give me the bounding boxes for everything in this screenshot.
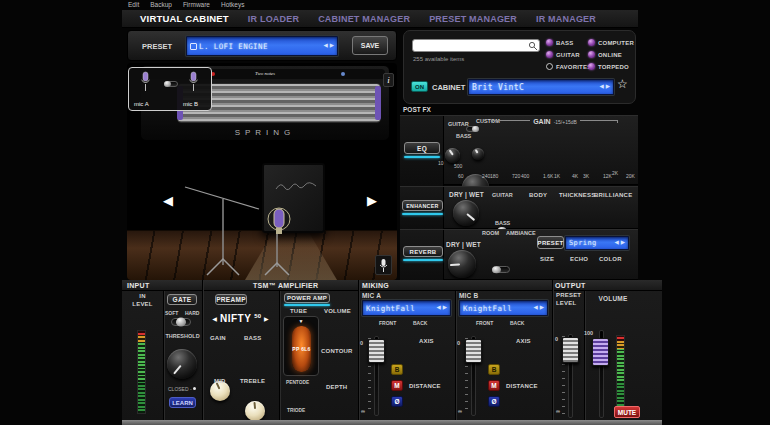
cabinet-label: CABINET: [432, 83, 465, 92]
reverb-mode-room: ROOM: [482, 230, 499, 236]
prev-cabinet-arrow[interactable]: ◀: [163, 193, 173, 208]
bass-knob[interactable]: [245, 401, 265, 421]
add-mic-button[interactable]: [375, 255, 392, 275]
reverb-mode-toggle[interactable]: [492, 266, 510, 273]
enhancer-button[interactable]: ENHANCER: [402, 200, 443, 215]
amp-model-selector[interactable]: ◀ NIFTY 50 ▶: [202, 313, 279, 324]
mic-b-fader[interactable]: [465, 339, 482, 363]
tab-virtual-cabinet[interactable]: VIRTUAL CABINET: [140, 13, 229, 24]
online-radio[interactable]: [588, 51, 595, 58]
eq-band3-max: 1.6K: [543, 173, 553, 179]
search-input[interactable]: [412, 39, 540, 52]
gain-knob[interactable]: [210, 381, 230, 401]
save-button[interactable]: SAVE: [352, 36, 388, 55]
filter-favorites[interactable]: FAVORITES: [546, 63, 591, 70]
amp-model-name: NIFTY: [220, 313, 251, 324]
reverb-preset-next-icon[interactable]: ▶: [621, 240, 625, 246]
eq-high-min-label: 2K: [612, 170, 618, 176]
learn-button[interactable]: LEARN: [169, 397, 196, 408]
torpedo-radio[interactable]: [588, 63, 595, 70]
preset-prev-icon[interactable]: ◀: [324, 43, 328, 49]
mic-stands-graphic: [127, 147, 397, 280]
tab-cabinet-manager[interactable]: CABINET MANAGER: [318, 14, 410, 24]
eq-button[interactable]: EQ: [404, 142, 440, 158]
mic-b-display[interactable]: KnightFall ◀ ▶: [459, 300, 548, 316]
mic-ab-toggle[interactable]: [164, 81, 178, 87]
eq-lowcut-knob[interactable]: [445, 148, 460, 163]
cabinet-display[interactable]: Brit VintC ◀ ▶: [468, 79, 614, 95]
mic-a-thumbnail-icon[interactable]: [139, 71, 151, 93]
threshold-label: THRESHOLD: [163, 333, 202, 339]
tube-graphic: PP 6L6: [292, 326, 311, 372]
mic-a-fader[interactable]: [368, 339, 385, 363]
enhancer-drywet-knob[interactable]: [453, 200, 479, 226]
cabinet-prev-icon[interactable]: ◀: [600, 84, 604, 90]
mic-b-label: MIC B: [459, 292, 478, 299]
mute-button[interactable]: MUTE: [614, 406, 640, 418]
info-button[interactable]: i: [383, 73, 394, 87]
favorites-radio[interactable]: [546, 63, 553, 70]
cabinet-on-button[interactable]: ON: [411, 81, 428, 92]
preset-name: L. LOFI ENGINE: [199, 42, 322, 51]
eq-band1-min: 60: [458, 173, 464, 179]
reverb-drywet-knob[interactable]: [448, 250, 476, 278]
preamp-label: PREAMP: [215, 294, 247, 305]
cabinet-viewer: Two notes SPRING mic A mic B i: [127, 63, 397, 280]
mic-a-phase-button[interactable]: Ø: [391, 396, 403, 407]
bass-radio[interactable]: [546, 39, 553, 46]
mic-b-thumb-label: mic B: [183, 101, 198, 107]
next-cabinet-arrow[interactable]: ▶: [367, 193, 377, 208]
preset-next-icon[interactable]: ▶: [330, 43, 334, 49]
mic-a-next-icon[interactable]: ▶: [443, 305, 447, 311]
mic-a-axis-label: AXIS: [419, 338, 434, 344]
tab-ir-loader[interactable]: IR LOADER: [248, 14, 299, 24]
guitar-radio[interactable]: [546, 51, 553, 58]
cabinet-next-icon[interactable]: ▶: [606, 84, 610, 90]
mic-b-bypass-button[interactable]: B: [488, 364, 500, 375]
preset-level-fader[interactable]: [562, 337, 579, 363]
mic-a-display[interactable]: KnightFall ◀ ▶: [362, 300, 451, 316]
eq-low-max-label: 500: [454, 163, 462, 169]
mic-b-next-icon[interactable]: ▶: [540, 305, 544, 311]
favorite-star-icon[interactable]: ☆: [617, 77, 628, 91]
mic-b-prev-icon[interactable]: ◀: [534, 305, 538, 311]
tab-preset-manager[interactable]: PRESET MANAGER: [429, 14, 517, 24]
mic-a-name: KnightFall: [366, 304, 435, 313]
gate-knee-toggle[interactable]: [171, 318, 191, 326]
filter-guitar[interactable]: GUITAR: [546, 51, 580, 58]
eq-band1-gain-knob[interactable]: [472, 148, 484, 160]
reverb-preset-prev-icon[interactable]: ◀: [615, 240, 619, 246]
tab-ir-manager[interactable]: IR MANAGER: [536, 14, 596, 24]
mic-b-distance-label: DISTANCE: [506, 383, 538, 389]
mic-a-mute-button[interactable]: M: [391, 380, 403, 391]
mic-a-bypass-button[interactable]: B: [391, 364, 403, 375]
mic-b-phase-button[interactable]: Ø: [488, 396, 500, 407]
mic-select-overlay: mic A mic B: [128, 67, 212, 111]
threshold-knob[interactable]: [167, 349, 197, 379]
menu-hotkeys[interactable]: Hotkeys: [221, 1, 244, 8]
filter-bass[interactable]: BASS: [546, 39, 573, 46]
filter-torpedo[interactable]: TORPEDO: [588, 63, 629, 70]
volume-fader[interactable]: [592, 338, 609, 366]
menu-backup[interactable]: Backup: [150, 1, 172, 8]
echo-label: ECHO: [570, 256, 588, 262]
tube-label: TUBE: [290, 308, 307, 314]
amp-prev-icon[interactable]: ◀: [212, 315, 217, 322]
mic-b-thumbnail-icon[interactable]: [187, 71, 199, 93]
poweramp-button[interactable]: POWER AMP: [284, 293, 330, 306]
tube-selector[interactable]: ▼ PP 6L6: [283, 316, 319, 376]
mic-a-prev-icon[interactable]: ◀: [437, 305, 441, 311]
mic-b-mute-button[interactable]: M: [488, 380, 500, 391]
computer-radio[interactable]: [588, 39, 595, 46]
reverb-preset-display[interactable]: Spring ◀ ▶: [565, 236, 629, 250]
preset-display[interactable]: L. LOFI ENGINE ◀ ▶: [186, 36, 338, 56]
menu-edit[interactable]: Edit: [128, 1, 139, 8]
amp-next-icon[interactable]: ▶: [264, 315, 269, 322]
filter-online[interactable]: ONLINE: [588, 51, 622, 58]
menu-firmware[interactable]: Firmware: [183, 1, 210, 8]
eq-mode-toggle[interactable]: [466, 126, 479, 132]
filter-computer[interactable]: COMPUTER: [588, 39, 634, 46]
volume-label: VOLUME: [590, 295, 636, 302]
miking-header: MIKING: [362, 282, 389, 289]
reverb-button[interactable]: REVERB: [403, 246, 443, 261]
